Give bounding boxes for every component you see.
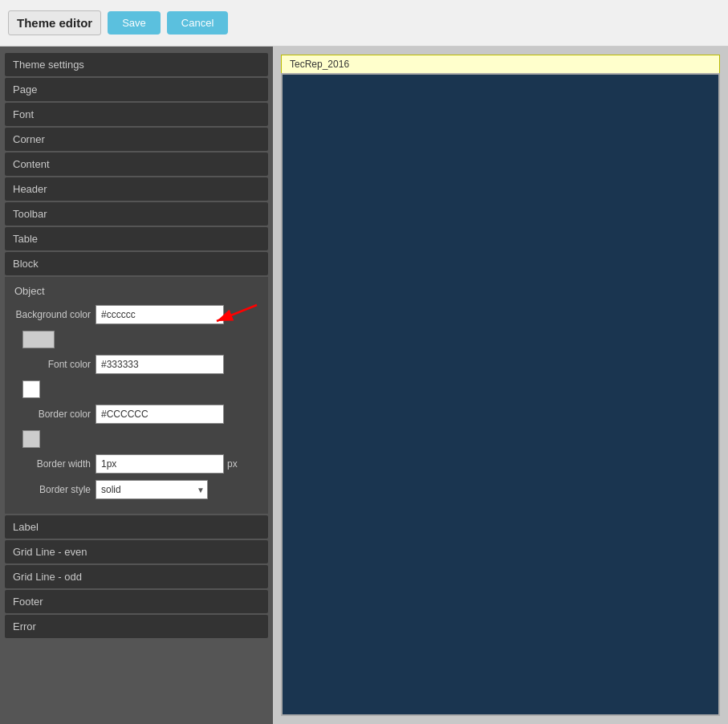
app-title: Theme editor bbox=[8, 10, 101, 35]
font-color-swatch[interactable] bbox=[22, 380, 40, 398]
sidebar-item-block[interactable]: Block bbox=[5, 252, 268, 275]
border-style-row: Border style solid dashed dotted none ▼ bbox=[14, 480, 258, 499]
sidebar: Theme settings Page Font Corner Content … bbox=[0, 47, 273, 724]
main-layout: Theme settings Page Font Corner Content … bbox=[0, 47, 728, 724]
background-color-row: Background color bbox=[14, 305, 258, 324]
font-color-swatch-row bbox=[22, 380, 258, 398]
top-bar: Theme editor Save Cancel bbox=[0, 0, 728, 47]
border-style-select[interactable]: solid dashed dotted none bbox=[96, 480, 208, 499]
sidebar-item-label[interactable]: Label bbox=[5, 515, 268, 539]
preview-area: TecRep_2016 bbox=[273, 47, 728, 724]
border-style-select-wrapper: solid dashed dotted none ▼ bbox=[96, 480, 208, 499]
preview-canvas bbox=[281, 73, 720, 716]
sidebar-item-grid-line-even[interactable]: Grid Line - even bbox=[5, 540, 268, 563]
save-button[interactable]: Save bbox=[108, 11, 161, 35]
background-color-swatch[interactable] bbox=[22, 331, 55, 348]
border-color-swatch[interactable] bbox=[22, 430, 40, 448]
sidebar-item-content[interactable]: Content bbox=[5, 153, 268, 176]
border-width-row: Border width px bbox=[14, 454, 258, 474]
sidebar-item-table[interactable]: Table bbox=[5, 227, 268, 250]
font-color-label: Font color bbox=[14, 359, 91, 370]
sidebar-item-font[interactable]: Font bbox=[5, 103, 268, 126]
sidebar-item-grid-line-odd[interactable]: Grid Line - odd bbox=[5, 565, 268, 588]
border-width-label: Border width bbox=[14, 458, 91, 470]
cancel-button[interactable]: Cancel bbox=[167, 11, 228, 35]
sidebar-item-header[interactable]: Header bbox=[5, 177, 268, 201]
border-width-input[interactable] bbox=[96, 454, 224, 474]
sidebar-item-error[interactable]: Error bbox=[5, 615, 268, 638]
sidebar-item-footer[interactable]: Footer bbox=[5, 590, 268, 613]
border-color-input[interactable] bbox=[96, 405, 224, 424]
sidebar-item-theme-settings[interactable]: Theme settings bbox=[5, 53, 268, 76]
sidebar-item-corner[interactable]: Corner bbox=[5, 128, 268, 151]
object-section-title: Object bbox=[14, 285, 258, 297]
sidebar-item-page[interactable]: Page bbox=[5, 78, 268, 101]
font-color-input[interactable] bbox=[96, 355, 224, 374]
sidebar-item-toolbar[interactable]: Toolbar bbox=[5, 202, 268, 226]
border-color-label: Border color bbox=[14, 409, 91, 420]
border-width-unit: px bbox=[227, 458, 238, 470]
object-section: Object Background color bbox=[5, 277, 268, 514]
preview-tab[interactable]: TecRep_2016 bbox=[281, 55, 720, 73]
border-color-swatch-row bbox=[22, 430, 258, 448]
border-style-label: Border style bbox=[14, 484, 91, 495]
background-color-swatch-row bbox=[22, 331, 258, 348]
font-color-row: Font color bbox=[14, 355, 258, 374]
background-color-input[interactable] bbox=[96, 305, 224, 324]
background-color-label: Background color bbox=[14, 309, 91, 320]
border-color-row: Border color bbox=[14, 405, 258, 424]
